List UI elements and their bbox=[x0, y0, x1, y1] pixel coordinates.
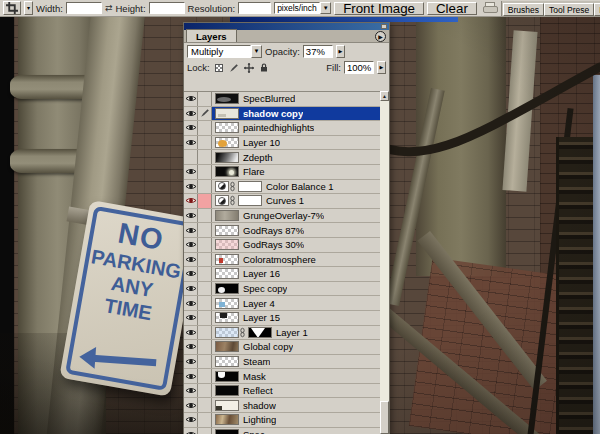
layer-name[interactable]: Coloratmosphere bbox=[243, 254, 316, 265]
layer-name[interactable]: Flare bbox=[243, 166, 265, 177]
layer-thumbnail[interactable] bbox=[215, 414, 239, 425]
visibility-toggle[interactable] bbox=[184, 326, 198, 340]
visibility-toggle[interactable] bbox=[184, 136, 198, 150]
height-input[interactable] bbox=[149, 2, 185, 14]
visibility-toggle[interactable] bbox=[184, 107, 198, 121]
layer-mask-thumbnail[interactable] bbox=[238, 181, 262, 192]
visibility-toggle[interactable] bbox=[184, 311, 198, 325]
visibility-toggle[interactable] bbox=[184, 428, 198, 434]
lock-position-icon[interactable] bbox=[243, 62, 255, 74]
visibility-toggle[interactable] bbox=[184, 282, 198, 296]
layer-name[interactable]: Layer 1 bbox=[276, 327, 308, 338]
blend-mode-select[interactable]: Multiply ▼ bbox=[187, 45, 262, 58]
layer-name[interactable]: Reflect bbox=[243, 385, 273, 396]
front-image-button[interactable]: Front Image bbox=[334, 2, 424, 15]
layer-name[interactable]: Spec copy bbox=[243, 283, 287, 294]
visibility-toggle[interactable] bbox=[184, 296, 198, 310]
layer-thumbnail[interactable] bbox=[215, 268, 239, 279]
opacity-value[interactable]: 37% bbox=[303, 45, 333, 58]
lock-image-icon[interactable] bbox=[228, 62, 240, 74]
edit-state-cell[interactable] bbox=[198, 92, 212, 106]
layer-name[interactable]: shadow copy bbox=[243, 108, 303, 119]
dropdown-arrow-icon[interactable]: ▼ bbox=[251, 45, 262, 58]
edit-state-cell[interactable] bbox=[198, 311, 212, 325]
visibility-toggle[interactable] bbox=[184, 194, 198, 208]
layer-name[interactable]: SpecBlurred bbox=[243, 93, 295, 104]
opacity-slider-arrow[interactable]: ▶ bbox=[336, 45, 345, 58]
layer-row[interactable]: Reflect bbox=[184, 384, 380, 399]
edit-state-cell[interactable] bbox=[198, 398, 212, 412]
layer-row[interactable]: Flare bbox=[184, 165, 380, 180]
layer-row[interactable]: Layer 1 bbox=[184, 326, 380, 341]
layer-thumbnail[interactable] bbox=[215, 152, 239, 163]
crop-tool-button[interactable] bbox=[3, 1, 21, 15]
layer-thumbnail[interactable] bbox=[215, 429, 239, 434]
scrollbar-up-arrow[interactable]: ▲ bbox=[380, 91, 389, 101]
file-browser-icon[interactable] bbox=[483, 2, 498, 14]
visibility-toggle[interactable] bbox=[184, 267, 198, 281]
visibility-toggle[interactable] bbox=[184, 180, 198, 194]
layer-thumbnail[interactable] bbox=[215, 356, 239, 367]
layer-name[interactable]: Layer 15 bbox=[243, 312, 280, 323]
tab-layers[interactable]: Layers bbox=[186, 29, 237, 42]
edit-state-cell[interactable] bbox=[198, 340, 212, 354]
layer-thumbnail[interactable] bbox=[215, 137, 239, 148]
visibility-toggle[interactable] bbox=[184, 355, 198, 369]
layer-row[interactable]: shadow bbox=[184, 398, 380, 413]
width-input[interactable] bbox=[66, 2, 102, 14]
visibility-toggle[interactable] bbox=[184, 340, 198, 354]
layer-row[interactable]: Spec bbox=[184, 428, 380, 434]
layer-name[interactable]: Layer 4 bbox=[243, 298, 275, 309]
layer-thumbnail[interactable] bbox=[215, 239, 239, 250]
layer-thumbnail[interactable] bbox=[215, 166, 239, 177]
edit-state-cell[interactable] bbox=[198, 355, 212, 369]
layer-row[interactable]: Mask bbox=[184, 369, 380, 384]
layer-name[interactable]: Global copy bbox=[243, 341, 293, 352]
resolution-unit-select[interactable]: pixels/inch ▼ bbox=[274, 2, 331, 14]
layer-name[interactable]: Color Balance 1 bbox=[266, 181, 334, 192]
resolution-input[interactable] bbox=[238, 2, 271, 14]
layer-name[interactable]: GodRays 87% bbox=[243, 225, 304, 236]
layer-name[interactable]: Steam bbox=[243, 356, 270, 367]
layer-row[interactable]: Layer 10 bbox=[184, 136, 380, 151]
tab-layer-comps[interactable]: Layer Co bbox=[594, 3, 600, 16]
swap-dimensions-icon[interactable]: ⇄ bbox=[105, 3, 113, 13]
layer-row[interactable]: Color Balance 1 bbox=[184, 180, 380, 195]
visibility-toggle[interactable] bbox=[184, 398, 198, 412]
visibility-toggle[interactable] bbox=[184, 165, 198, 179]
layer-thumbnail[interactable] bbox=[215, 385, 239, 396]
layer-mask-thumbnail[interactable] bbox=[248, 327, 272, 338]
layer-row[interactable]: Lighting bbox=[184, 413, 380, 428]
edit-state-cell[interactable] bbox=[198, 428, 212, 434]
edit-state-cell[interactable] bbox=[198, 165, 212, 179]
edit-state-cell[interactable] bbox=[198, 209, 212, 223]
visibility-toggle[interactable] bbox=[184, 238, 198, 252]
close-button[interactable] bbox=[381, 24, 387, 29]
layer-thumbnail[interactable] bbox=[215, 371, 239, 382]
layer-thumbnail[interactable] bbox=[215, 108, 239, 119]
edit-state-cell[interactable] bbox=[198, 150, 212, 164]
edit-state-cell[interactable] bbox=[198, 296, 212, 310]
tab-brushes[interactable]: Brushes bbox=[503, 3, 544, 16]
visibility-toggle[interactable] bbox=[184, 223, 198, 237]
layer-thumbnail[interactable] bbox=[215, 400, 239, 411]
layer-row[interactable]: Steam bbox=[184, 355, 380, 370]
layer-name[interactable]: GodRays 30% bbox=[243, 239, 304, 250]
clear-button[interactable]: Clear bbox=[427, 2, 477, 15]
layer-name[interactable]: shadow bbox=[243, 400, 276, 411]
layer-thumbnail[interactable] bbox=[215, 93, 239, 104]
palette-menu-button[interactable]: ▶ bbox=[375, 31, 386, 42]
visibility-toggle[interactable] bbox=[184, 413, 198, 427]
edit-state-cell[interactable] bbox=[198, 121, 212, 135]
lock-transparency-icon[interactable] bbox=[213, 62, 225, 74]
layer-mask-thumbnail[interactable] bbox=[238, 195, 262, 206]
layer-name[interactable]: Curves 1 bbox=[266, 195, 304, 206]
visibility-toggle[interactable] bbox=[184, 384, 198, 398]
tab-tool-presets[interactable]: Tool Prese bbox=[544, 3, 594, 16]
layer-thumbnail[interactable] bbox=[215, 327, 239, 338]
visibility-toggle[interactable] bbox=[184, 121, 198, 135]
layer-name[interactable]: Spec bbox=[243, 429, 265, 434]
layer-row[interactable]: Layer 16 bbox=[184, 267, 380, 282]
visibility-toggle[interactable] bbox=[184, 209, 198, 223]
layer-name[interactable]: Layer 10 bbox=[243, 137, 280, 148]
